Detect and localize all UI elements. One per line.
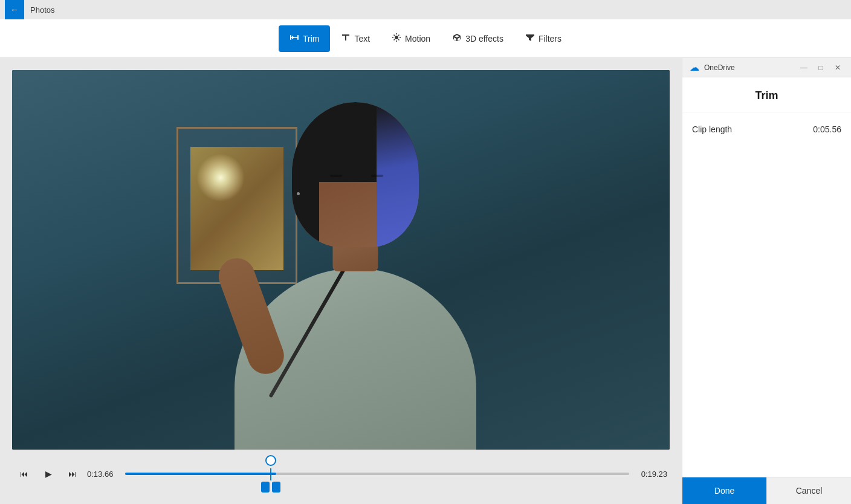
timeline-progress xyxy=(125,473,276,475)
person-head xyxy=(292,102,419,247)
filters-icon xyxy=(525,33,535,45)
video-container xyxy=(12,70,670,450)
svg-rect-1 xyxy=(297,35,299,40)
current-time: 0:13.66 xyxy=(87,470,120,479)
fast-forward-icon: ⏭ xyxy=(68,469,77,479)
trim-circle xyxy=(265,455,276,466)
earring xyxy=(297,192,300,195)
onedrive-window-controls: — □ ✕ xyxy=(798,62,844,74)
right-panel: ☁ OneDrive — □ ✕ Trim Clip length 0:05.5… xyxy=(682,58,851,504)
back-icon: ← xyxy=(10,5,19,15)
3deffects-icon xyxy=(452,33,462,45)
trim-connector xyxy=(270,468,271,480)
toolbar-trim-button[interactable]: Trim xyxy=(279,25,330,52)
onedrive-header-left: ☁ OneDrive xyxy=(690,62,735,73)
cancel-button[interactable]: Cancel xyxy=(766,477,851,504)
toolbar-motion-button[interactable]: Motion xyxy=(381,25,441,52)
3deffects-label: 3D effects xyxy=(465,34,503,44)
minimize-button[interactable]: — xyxy=(798,62,810,74)
svg-rect-0 xyxy=(290,35,291,40)
video-frame xyxy=(12,70,670,450)
onedrive-header: ☁ OneDrive — □ ✕ xyxy=(682,58,851,77)
clip-length-value: 0:05.56 xyxy=(813,124,841,134)
rewind-button[interactable]: ⏮ xyxy=(15,464,34,483)
rewind-icon: ⏮ xyxy=(20,469,28,479)
toolbar-3deffects-button[interactable]: 3D effects xyxy=(441,25,514,52)
app-title: Photos xyxy=(30,5,54,15)
main-area: ⏮ ▶ ⏭ 0:13.66 xyxy=(0,58,851,504)
svg-point-4 xyxy=(395,36,398,39)
trim-label: Trim xyxy=(303,34,319,44)
trim-icon xyxy=(290,33,299,45)
svg-marker-3 xyxy=(292,36,294,39)
timeline-container[interactable] xyxy=(125,456,629,492)
motion-icon xyxy=(392,33,401,45)
hair-left xyxy=(292,102,319,247)
done-button[interactable]: Done xyxy=(682,477,766,504)
trim-handle-left[interactable] xyxy=(261,482,270,493)
panel-buttons: Done Cancel xyxy=(682,477,851,504)
toolbar-text-button[interactable]: Text xyxy=(330,25,381,52)
play-icon: ▶ xyxy=(45,469,52,479)
clip-info: Clip length 0:05.56 xyxy=(682,112,851,146)
trim-body xyxy=(261,482,280,493)
text-icon xyxy=(341,33,351,45)
text-label: Text xyxy=(354,34,370,44)
clip-length-label: Clip length xyxy=(692,124,732,134)
motion-label: Motion xyxy=(405,34,430,44)
timeline-track[interactable] xyxy=(125,473,629,475)
end-time: 0:19.23 xyxy=(634,470,667,479)
filters-label: Filters xyxy=(539,34,561,44)
back-button[interactable]: ← xyxy=(5,0,24,19)
title-bar: ← Photos xyxy=(0,0,851,19)
onedrive-title: OneDrive xyxy=(704,63,735,72)
toolbar: Trim Text Motion 3D effects xyxy=(0,19,851,58)
close-button[interactable]: ✕ xyxy=(832,62,844,74)
video-controls: ⏮ ▶ ⏭ 0:13.66 xyxy=(12,450,670,498)
play-button[interactable]: ▶ xyxy=(39,464,58,483)
trim-handle-right[interactable] xyxy=(272,482,280,493)
toolbar-filters-button[interactable]: Filters xyxy=(514,25,572,52)
onedrive-icon: ☁ xyxy=(690,62,699,73)
eyebrow-right xyxy=(371,175,383,177)
panel-title: Trim xyxy=(682,77,851,112)
eyebrow-left xyxy=(330,175,342,177)
trim-handle-group[interactable] xyxy=(261,455,280,493)
video-section: ⏮ ▶ ⏭ 0:13.66 xyxy=(0,58,682,504)
fast-forward-button[interactable]: ⏭ xyxy=(63,464,82,483)
maximize-button[interactable]: □ xyxy=(815,62,827,74)
